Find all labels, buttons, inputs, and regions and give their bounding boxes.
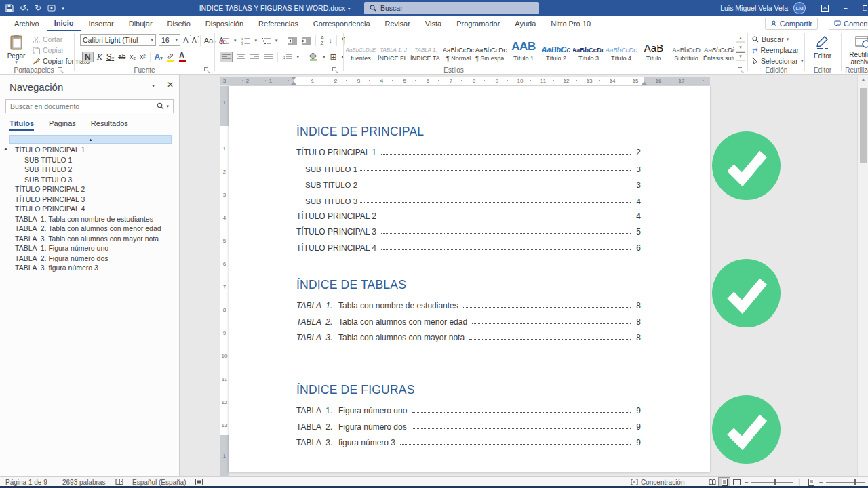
styles-scroll-up[interactable]: ▴ <box>736 33 745 42</box>
style-card[interactable]: AaBbCc Título 2 <box>540 33 572 64</box>
highlight-color-icon[interactable] <box>167 53 175 62</box>
zoom-slider-2[interactable] <box>826 477 865 487</box>
style-card[interactable]: AaBbCcDc ¶ Sin espa... <box>475 33 507 64</box>
heading-list-item[interactable]: TABLA 2. Tabla con alumnos con menor eda… <box>0 224 174 234</box>
multilevel-list-icon[interactable] <box>262 37 271 45</box>
style-card[interactable]: TABLA 1. J ÍNDICE FI... <box>378 33 409 64</box>
ribbon-tab[interactable]: Programador <box>449 16 507 31</box>
heading-list-item[interactable]: TABLA 3. figura número 3 <box>0 263 174 273</box>
macro-record-icon[interactable] <box>195 477 203 487</box>
heading-list-item[interactable]: SUB TITULO 2 <box>0 165 174 175</box>
heading-list-item[interactable]: SUB TITULO 1 <box>0 155 174 165</box>
toc-entry[interactable]: SUB TITULO 1 3 <box>296 159 641 175</box>
vertical-ruler[interactable]: 1 12345678910111213 1 <box>220 86 229 476</box>
toc-entry[interactable]: TÍTULO PRINCIPAL 2 4 <box>296 207 641 223</box>
font-size-select[interactable]: 16▾ <box>159 34 180 46</box>
word-count[interactable]: 2693 palabras <box>62 477 105 487</box>
heading-list-item[interactable]: TÍTULO PRINCIPAL 4 <box>0 204 174 214</box>
toc-entry[interactable]: TABLA 1. Figura número uno 9 <box>296 402 641 418</box>
bold-button[interactable]: N <box>83 52 93 62</box>
shading-icon[interactable] <box>309 53 318 61</box>
horizontal-ruler[interactable]: 321 1234567891011121314151617 ∟ <box>220 77 710 85</box>
style-card[interactable]: AaBbCcDc Título 4 <box>606 33 637 64</box>
zoom-out-button[interactable]: − <box>745 477 749 487</box>
navigation-tab[interactable]: Resultados <box>91 119 128 131</box>
toc-entry[interactable]: TABLA 1. Tabla con nombre de estudiantes… <box>296 297 641 312</box>
zoom-out-button-2[interactable]: − <box>819 477 823 487</box>
ribbon-tab[interactable]: Vista <box>418 16 449 31</box>
paste-button[interactable]: Pegar ▾ <box>3 33 30 66</box>
style-card[interactable]: AaB Título <box>638 33 669 64</box>
ribbon-display-options-icon[interactable] <box>821 5 829 12</box>
hanging-indent-marker[interactable] <box>291 81 296 85</box>
read-mode-button[interactable] <box>707 478 717 487</box>
style-card[interactable]: AAB Título 1 <box>508 33 539 64</box>
align-right-button[interactable] <box>250 54 259 60</box>
paragraph-dialog-launcher[interactable] <box>332 66 338 73</box>
bullet-list-icon[interactable] <box>220 37 229 45</box>
navigation-tab[interactable]: Títulos <box>9 119 34 131</box>
styles-scroll-down[interactable]: ▾ <box>736 42 745 52</box>
toc-entry[interactable]: TABLA 2. Tabla con alumnos con menor eda… <box>296 312 641 328</box>
ribbon-tab[interactable]: Archivo <box>7 16 47 31</box>
toc-entry[interactable]: TÍTULO PRINCIPAL 1 2 <box>296 144 641 159</box>
toc-entry[interactable]: TABLA 3. figura número 3 9 <box>296 434 641 449</box>
right-indent-marker[interactable] <box>642 81 647 85</box>
search-box[interactable]: Buscar <box>364 2 539 14</box>
toc-entry[interactable]: SUB TITULO 2 3 <box>296 176 641 191</box>
align-center-button[interactable] <box>237 54 245 60</box>
document-title[interactable]: INDICE TABLAS Y FIGURAS EN WORD.docx▾ <box>197 0 353 16</box>
avatar[interactable]: LM <box>793 2 806 14</box>
font-dialog-launcher[interactable] <box>203 66 210 73</box>
underline-button[interactable]: S▾ <box>106 53 115 61</box>
toc-entry[interactable]: TABLA 3. Tabla con alumnos con mayor not… <box>296 329 641 344</box>
heading-list-item[interactable]: TÍTULO PRINCIPAL 1 <box>0 145 174 155</box>
comments-button[interactable]: Comentarios <box>829 18 868 30</box>
selected-heading-indicator[interactable]: ▲ <box>9 135 172 144</box>
ribbon-tab[interactable]: Ayuda <box>507 16 543 31</box>
find-button[interactable]: Buscar▾ <box>752 34 803 45</box>
select-button[interactable]: Seleccionar▾ <box>752 56 803 66</box>
styles-more-button[interactable]: ▾ <box>736 52 745 61</box>
italic-button[interactable]: K <box>97 53 102 61</box>
print-layout-button[interactable] <box>719 478 730 487</box>
superscript-button[interactable]: x² <box>140 54 145 60</box>
minimize-button[interactable]: − <box>844 4 848 12</box>
numbered-list-icon[interactable]: 123 <box>241 37 250 45</box>
toc-entry[interactable]: TÍTULO PRINCIPAL 4 6 <box>296 239 641 254</box>
text-effects-icon[interactable]: A▾ <box>155 53 163 61</box>
first-line-indent-marker[interactable] <box>291 77 296 80</box>
document-search-input[interactable]: Buscar en documento ▾ <box>5 99 174 113</box>
increase-indent-icon[interactable] <box>302 37 311 45</box>
ribbon-tab[interactable]: Diseño <box>160 16 198 31</box>
zoom-slider-thumb[interactable] <box>774 479 776 485</box>
ribbon-tab[interactable]: Insertar <box>81 16 121 31</box>
style-card[interactable]: AaBbCcDc ¶ Normal <box>443 33 474 64</box>
heading-list-item[interactable]: SUB TITULO 3 <box>0 175 174 185</box>
customize-qat-icon[interactable]: ▾ <box>62 6 64 11</box>
undo-icon[interactable]: ↺▾ <box>20 4 28 12</box>
ribbon-tab[interactable]: Revisar <box>378 16 418 31</box>
heading-list-item[interactable]: TABLA 1. Tabla con nombre de estudiantes <box>0 214 174 224</box>
vertical-scrollbar[interactable]: ▲ <box>857 75 868 476</box>
ribbon-tab[interactable]: Disposición <box>198 16 251 31</box>
account-name[interactable]: Luis Miguel Vela Vela <box>720 0 788 16</box>
borders-icon[interactable]: ⊞ <box>330 52 337 62</box>
toc-entry[interactable]: SUB TITULO 3 4 <box>296 191 641 207</box>
page-indicator[interactable]: Página 1 de 9 <box>5 477 47 487</box>
proofing-icon[interactable] <box>115 477 123 487</box>
zoom-slider[interactable] <box>751 477 793 487</box>
focus-mode-button[interactable]: Concentración <box>631 477 684 487</box>
toc-entry[interactable]: TABLA 2. Figura número dos 9 <box>296 418 641 433</box>
save-icon[interactable] <box>5 4 14 12</box>
toc-entry[interactable]: TÍTULO PRINCIPAL 3 5 <box>296 223 641 239</box>
decrease-indent-icon[interactable] <box>288 37 297 45</box>
heading-list-item[interactable]: TÍTULO PRINCIPAL 2 <box>0 184 174 195</box>
ribbon-tab[interactable]: Dibujar <box>121 16 160 31</box>
close-pane-icon[interactable]: ✕ <box>167 80 174 89</box>
ribbon-tab[interactable]: Inicio <box>47 16 81 31</box>
sort-icon[interactable]: AZ <box>321 35 324 46</box>
font-family-select[interactable]: Calibri Light (Titul▾ <box>80 34 156 46</box>
scroll-up-icon[interactable]: ▲ <box>858 77 868 83</box>
style-card[interactable]: AaBbCcDd Título 3 <box>573 33 604 64</box>
